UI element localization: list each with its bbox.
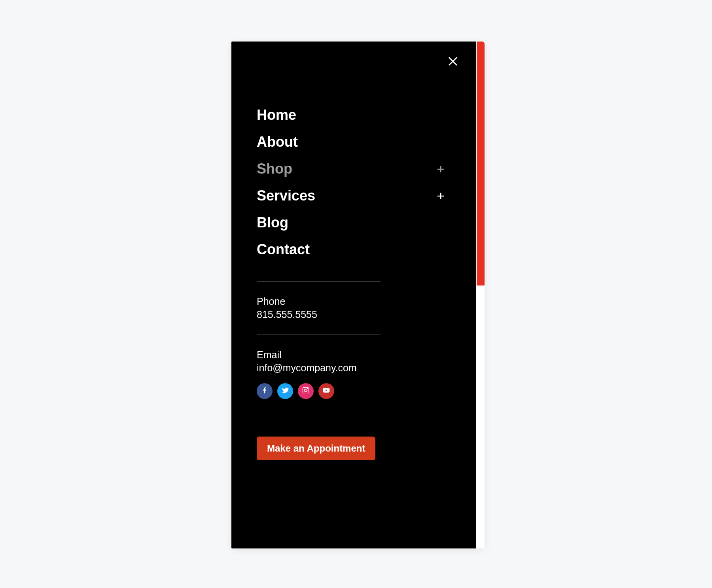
email-value[interactable]: info@mycompany.com	[257, 362, 458, 374]
twitter-link[interactable]	[277, 383, 293, 399]
divider	[257, 419, 381, 419]
social-links	[257, 383, 458, 399]
mobile-menu-frame: Home About Shop + Services + Blog Contac…	[231, 42, 485, 548]
expand-icon[interactable]: +	[437, 162, 458, 176]
twitter-icon	[281, 386, 289, 396]
divider	[257, 335, 381, 335]
nav-item-contact[interactable]: Contact	[257, 236, 458, 263]
instagram-icon	[302, 386, 310, 396]
youtube-icon	[322, 386, 330, 396]
nav-label: Services	[257, 189, 315, 203]
instagram-link[interactable]	[298, 383, 314, 399]
appointment-button[interactable]: Make an Appointment	[257, 437, 375, 460]
email-block: Email info@mycompany.com	[257, 349, 458, 374]
nav-label: Home	[257, 108, 296, 122]
close-button[interactable]	[445, 54, 461, 70]
close-icon	[447, 56, 458, 68]
nav-label: Contact	[257, 242, 310, 257]
phone-block: Phone 815.555.5555	[257, 296, 458, 320]
scrollbar-thumb[interactable]	[477, 42, 485, 285]
expand-icon[interactable]: +	[437, 189, 458, 202]
facebook-icon	[261, 386, 269, 396]
facebook-link[interactable]	[257, 383, 273, 399]
nav-label: About	[257, 135, 298, 149]
phone-value[interactable]: 815.555.5555	[257, 309, 458, 320]
youtube-link[interactable]	[318, 383, 334, 399]
nav-label: Blog	[257, 216, 288, 230]
nav-item-about[interactable]: About	[257, 129, 458, 155]
phone-label: Phone	[257, 296, 458, 307]
divider	[257, 281, 381, 282]
primary-nav: Home About Shop + Services + Blog Contac…	[257, 102, 458, 263]
nav-item-services[interactable]: Services +	[257, 182, 458, 209]
nav-item-home[interactable]: Home	[257, 102, 458, 129]
nav-item-blog[interactable]: Blog	[257, 209, 458, 236]
email-label: Email	[257, 349, 458, 361]
nav-item-shop[interactable]: Shop +	[257, 155, 458, 182]
nav-label: Shop	[257, 162, 292, 176]
menu-panel: Home About Shop + Services + Blog Contac…	[231, 42, 476, 548]
